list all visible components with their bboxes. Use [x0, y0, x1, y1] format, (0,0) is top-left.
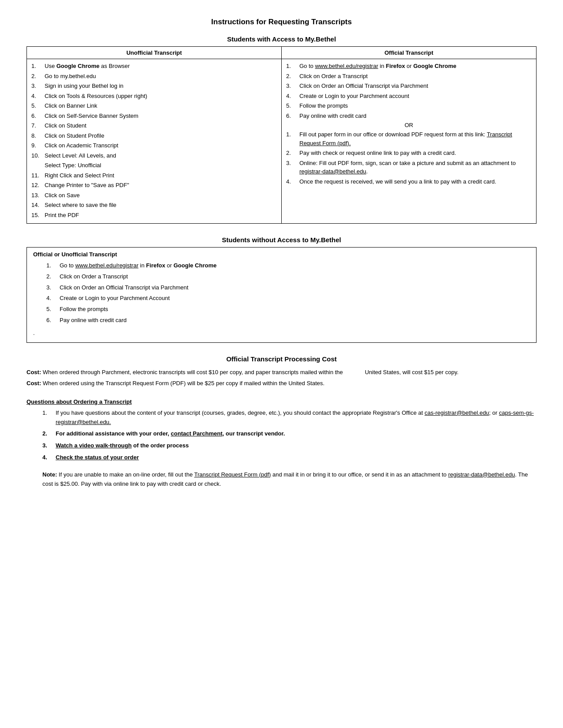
- list-item: 9.Click on Academic Transcript: [31, 141, 277, 150]
- col1-content: 1.Use Google Chrome as Browser 2.Go to m…: [27, 59, 282, 224]
- section2-box: Official or Unofficial Transcript 1.Go t…: [26, 247, 537, 343]
- list-item: 4.Once the request is received, we will …: [286, 177, 532, 186]
- contact-parchment-link[interactable]: contact Parchment: [171, 430, 223, 437]
- cost2-text: When ordered using the Transcript Reques…: [43, 380, 325, 387]
- dot-placeholder: .: [33, 330, 530, 336]
- list-item: 8.Click on Student Profile: [31, 131, 277, 140]
- list-item: 5.Click on Banner Link: [31, 101, 277, 110]
- list-item: 1.Use Google Chrome as Browser: [31, 62, 277, 71]
- list-item: 2.Go to my.bethel.edu: [31, 72, 277, 81]
- list-item: 3.Sign in using your Bethel log in: [31, 82, 277, 90]
- list-item: 2.Click on Order a Transcript: [286, 72, 532, 81]
- section4-title: Questions about Ordering a Transcript: [26, 398, 537, 405]
- or-divider: OR: [286, 122, 532, 128]
- list-item: Select Type: Unofficial: [31, 161, 277, 170]
- list-item: 1. If you have questions about the conte…: [42, 409, 537, 427]
- list-item: 12.Change Printer to "Save as PDF": [31, 181, 277, 190]
- list-item: 4.Create or Login to your Parchment Acco…: [46, 294, 530, 303]
- main-title: Instructions for Requesting Transcripts: [26, 18, 537, 26]
- section2-box-header: Official or Unofficial Transcript: [33, 251, 530, 258]
- list-item: 13.Click on Save: [31, 191, 277, 200]
- list-item: 1.Fill out paper form in our office or d…: [286, 130, 532, 147]
- list-item: 5.Follow the prompts: [46, 305, 530, 314]
- list-item: 2. For additional assistance with your o…: [42, 429, 537, 439]
- registrar-data-email1[interactable]: registrar-data@bethel.edu: [299, 168, 366, 175]
- list-item: 2.Pay with check or request online link …: [286, 149, 532, 158]
- list-item: 4.Create or Login to your Parchment acco…: [286, 92, 532, 101]
- transcript-request-form-link1[interactable]: Transcript Request Form (pdf).: [299, 131, 512, 146]
- list-item: 14.Select where to save the file: [31, 201, 277, 210]
- list-item: 15.Print the PDF: [31, 211, 277, 220]
- list-item: 10.Select Level: All Levels, and: [31, 151, 277, 160]
- col2-header: Official Transcript: [282, 47, 537, 59]
- section3-title: Official Transcript Processing Cost: [26, 355, 537, 363]
- cas-registrar-link[interactable]: cas-registrar@bethel.edu: [424, 409, 489, 416]
- list-item: 3.Click on Order an Official Transcript …: [286, 82, 532, 90]
- note-block: Note: If you are unable to make an on-li…: [42, 470, 537, 489]
- cost-line-1: Cost: When ordered through Parchment, el…: [26, 368, 537, 377]
- section3: Official Transcript Processing Cost Cost…: [26, 355, 537, 388]
- section4: Questions about Ordering a Transcript 1.…: [26, 398, 537, 489]
- col1-header: Unofficial Transcript: [27, 47, 282, 59]
- check-status-link[interactable]: Check the status of your order: [56, 454, 139, 461]
- list-item: 5.Follow the prompts: [286, 101, 532, 110]
- list-item: 11.Right Click and Select Print: [31, 171, 277, 180]
- watch-video-link[interactable]: Watch a video walk-through: [56, 442, 132, 449]
- list-item: 1.Go to www.bethel.edu/registrar in Fire…: [46, 261, 530, 270]
- note-label: Note:: [42, 471, 57, 478]
- bethel-registrar-link[interactable]: www.bethel.edu/registrar: [315, 63, 378, 69]
- list-item: 6.Pay online with credit card: [286, 112, 532, 120]
- list-item: 4. Check the status of your order: [42, 453, 537, 462]
- section1-table: Unofficial Transcript Official Transcrip…: [26, 46, 537, 224]
- cost1-text-cont: United States, will cost $15 per copy.: [344, 368, 458, 377]
- list-item: 3.Click on Order an Official Transcript …: [46, 283, 530, 293]
- list-item: 7.Click on Student: [31, 121, 277, 130]
- cost1-text: When ordered through Parchment, electron…: [43, 369, 343, 375]
- note-text: If you are unable to make an on-line ord…: [42, 471, 528, 487]
- list-item: 4.Click on Tools & Resources (upper righ…: [31, 92, 277, 101]
- list-item: 3.Online: Fill out PDF form, sign, scan …: [286, 159, 532, 176]
- list-item: 3. Watch a video walk-through of the ord…: [42, 441, 537, 450]
- cost1-label: Cost:: [26, 369, 41, 375]
- bethel-registrar-link2[interactable]: www.bethel.edu/registrar: [75, 262, 138, 269]
- registrar-data-email2[interactable]: registrar-data@bethel.edu: [448, 471, 515, 478]
- list-item: 6.Click on Self-Service Banner System: [31, 112, 277, 120]
- cost2-label: Cost:: [26, 380, 41, 387]
- section1-title: Students with Access to My.Bethel: [26, 35, 537, 43]
- transcript-request-form-link2[interactable]: Transcript Request Form (pdf): [194, 471, 271, 478]
- section2-title: Students without Access to My.Bethel: [26, 236, 537, 244]
- list-item: 2.Click on Order a Transcript: [46, 272, 530, 281]
- list-item: 1.Go to www.bethel.edu/registrar in Fire…: [286, 62, 532, 71]
- cost-line-2: Cost: When ordered using the Transcript …: [26, 379, 537, 388]
- list-item: 6.Pay online with credit card: [46, 316, 530, 325]
- col2-content: 1.Go to www.bethel.edu/registrar in Fire…: [282, 59, 537, 224]
